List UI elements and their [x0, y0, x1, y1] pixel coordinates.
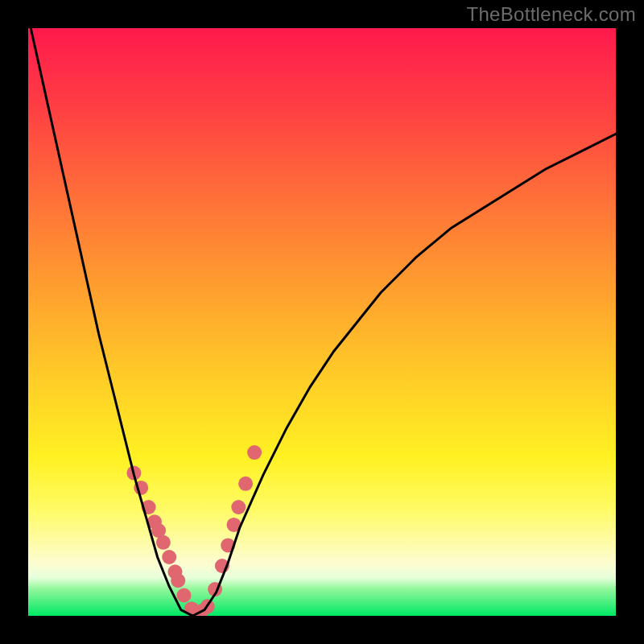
scatter-dot: [156, 535, 171, 550]
scatter-dot: [238, 477, 253, 491]
scatter-dots: [126, 445, 262, 616]
chart-svg: [28, 28, 616, 616]
scatter-dot: [231, 500, 246, 514]
scatter-dot: [177, 588, 192, 603]
chart-frame: TheBottleneck.com: [0, 0, 644, 644]
plot-area: [28, 28, 616, 616]
scatter-dot: [247, 445, 262, 460]
watermark-text: TheBottleneck.com: [466, 3, 636, 26]
bottleneck-curve: [28, 28, 616, 616]
scatter-dot: [162, 550, 176, 564]
scatter-dot: [171, 573, 185, 588]
